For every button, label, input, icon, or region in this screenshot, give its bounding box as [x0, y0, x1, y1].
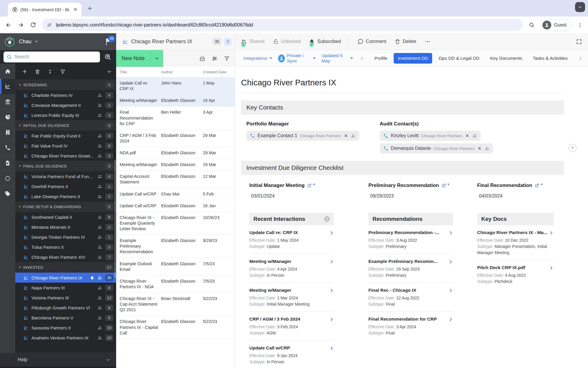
note-row[interactable]: Chicago River Partners IX - NDA Elizabet…: [116, 276, 235, 293]
inbox-icon[interactable]: [199, 56, 205, 62]
sidebar-fund-row[interactable]: Sarasota Partners II 19: [15, 323, 116, 333]
sidebar-fund-row[interactable]: Fiat Value Fund IV 6: [15, 141, 116, 151]
sidebar-fund-row[interactable]: Charlotte Partners IV 4: [15, 90, 116, 100]
note-row[interactable]: Meeting w/Manager Elizabeth Glasson 19 M…: [116, 159, 235, 171]
interaction-item[interactable]: Update Call w/CRP Effective Date: 9 Jan …: [249, 341, 334, 368]
sidebar-fund-row[interactable]: Chicago River Partners Growt... 3: [15, 151, 116, 161]
note-row[interactable]: Chicago River Partners IX - Capital Call…: [116, 316, 235, 339]
window-chevron-icon[interactable]: [575, 2, 585, 12]
new-note-button[interactable]: New Note: [116, 50, 150, 67]
recommendation-item[interactable]: Final Recommendation for CRP Effective D…: [368, 312, 453, 340]
collapse-section-icon[interactable]: [324, 216, 330, 222]
note-row[interactable]: Chicago River IX - Cap Acct Statement Q2…: [116, 293, 235, 316]
browser-tab[interactable]: (56) - Investment DD - Bipsync ✕: [8, 3, 81, 16]
add-icon[interactable]: [22, 69, 28, 74]
subscribed-button[interactable]: ✓ Subscribed: [309, 39, 341, 45]
sidebar-fund-row[interactable]: Montana Minerals II 2: [15, 222, 116, 232]
sidebar-fund-row[interactable]: Tulsa Partners II 3: [15, 242, 116, 252]
key-doc-item[interactable]: Chicago River Partners IX - Ma... Effect…: [477, 225, 554, 260]
search-input[interactable]: [14, 54, 97, 59]
record-tab[interactable]: Profile: [370, 53, 392, 64]
search-glass-icon[interactable]: [529, 22, 535, 28]
contact-chip[interactable]: Demarquis Dalanie Chicago River Partners…: [380, 143, 493, 153]
new-note-dropdown-icon[interactable]: [150, 50, 163, 67]
note-row[interactable]: Chicago River IX - Example Quarterly Let…: [116, 212, 235, 235]
sidebar-fund-row[interactable]: INITIAL DUE DILIGENCE 3: [15, 120, 116, 131]
sidebar-fund-row[interactable]: Victoria Partners Fund of Fun... 4: [15, 171, 116, 181]
recommendation-item[interactable]: Example Preliminary Recomm... Effective …: [368, 254, 453, 283]
tabs-scroll-right-icon[interactable]: [578, 56, 583, 61]
checklist-field-value[interactable]: 09/29/2023: [368, 193, 477, 199]
url-bar[interactable]: lpdemo.bipsync.com/#funds/chicago-river-…: [42, 19, 523, 31]
updated-dropdown[interactable]: Updated 5 May: [322, 53, 353, 64]
sync-dropdown[interactable]: Private i Sync: [278, 53, 316, 64]
filter-notes-icon[interactable]: [224, 56, 230, 61]
filter-icon[interactable]: [60, 69, 66, 74]
add-contact-icon[interactable]: +: [569, 144, 577, 152]
allocations-icon[interactable]: [0, 110, 15, 125]
remove-contact-icon[interactable]: ✕: [344, 133, 348, 138]
external-link-icon[interactable]: [441, 183, 446, 188]
tab-close-icon[interactable]: ✕: [72, 6, 78, 13]
notifications-flag-icon[interactable]: 56: [105, 38, 112, 46]
contact-chip[interactable]: Example Contact 1 Chicago River Partners…: [246, 131, 359, 141]
shared-button[interactable]: ✓ Shared: [240, 38, 265, 45]
note-row[interactable]: CRP / AGM / 3 Feb 2024 Elizabeth Glasson…: [116, 130, 235, 147]
trash-icon[interactable]: [35, 69, 40, 74]
sidebar-fund-row[interactable]: Crevasse Management II 1: [15, 100, 116, 110]
delete-button[interactable]: Delete: [395, 39, 416, 44]
sidebar-fund-row[interactable]: FUND SETUP & ONBOARDING 5: [15, 201, 116, 212]
sidebar-fund-row[interactable]: Southwood Capital II 6: [15, 212, 116, 222]
note-row[interactable]: Update Call re: CRP IX John Hans 1 May: [116, 77, 235, 95]
sidebar-fund-row[interactable]: SCREENING 3: [15, 79, 116, 90]
companies-icon[interactable]: [0, 125, 15, 140]
sidebar-fund-row[interactable]: Anaheim Venture Partners IX 10: [15, 333, 116, 343]
recommendation-item[interactable]: Final Rec - Chicago IX Effective Date: 1…: [368, 283, 453, 312]
note-row[interactable]: Capital Account Statement Elizabeth Glas…: [116, 171, 235, 188]
contact-chip[interactable]: Kinzley Levitt Chicago River Partners ✕: [380, 131, 481, 141]
tasks-icon[interactable]: [0, 171, 15, 186]
sidebar-fund-row[interactable]: Overhill Partners II 1: [15, 181, 116, 191]
sidebar-fund-row[interactable]: Pittsburgh Growth Partners VI 8: [15, 303, 116, 313]
reports-icon[interactable]: [0, 155, 15, 171]
collapse-list-icon[interactable]: [106, 69, 112, 74]
sidebar-fund-row[interactable]: Victoria Partners III 12: [15, 293, 116, 303]
site-info-icon[interactable]: [47, 22, 52, 28]
refresh-icon[interactable]: [30, 22, 36, 28]
note-row[interactable]: Update Call w/CRP Chau Mai 5 Feb: [116, 188, 235, 200]
record-tab[interactable]: Investment DD: [394, 53, 432, 64]
sidebar-fund-row[interactable]: Napa Partners III 8: [15, 283, 116, 293]
profile-button[interactable]: Guest: [541, 19, 572, 31]
tabs-scroll-left-icon[interactable]: [359, 56, 365, 61]
institutions-icon[interactable]: [0, 94, 15, 110]
sidebar-scrollbar[interactable]: [114, 160, 116, 278]
integrations-dropdown[interactable]: Integrations: [243, 56, 272, 61]
checklist-field-value[interactable]: 03/01/2024: [249, 193, 368, 199]
key-doc-item[interactable]: Pitch Deck CRP IX.pdf Effective Date: 4 …: [477, 260, 554, 289]
external-link-icon[interactable]: [307, 183, 312, 188]
contact-people-icon[interactable]: [472, 133, 477, 138]
new-tab-icon[interactable]: [87, 6, 93, 11]
interaction-item[interactable]: Meeting w/Manager Effective Date: 4 Apr …: [249, 254, 334, 283]
sidebar-fund-row[interactable]: Fiat Public Equity Fund II 4: [15, 131, 116, 141]
help-bar[interactable]: Help: [0, 353, 116, 367]
back-icon[interactable]: [5, 22, 12, 28]
note-row[interactable]: Update Call w/CRP Elizabeth Glasson 16 J…: [116, 200, 235, 212]
note-row[interactable]: Meeting w/Manager Elizabeth Glasson 16 A…: [116, 95, 235, 107]
note-row[interactable]: Final Recommendation for CRP Ben Heller …: [116, 107, 235, 130]
more-actions-icon[interactable]: [425, 39, 430, 44]
tags-icon[interactable]: [0, 186, 15, 201]
note-row[interactable]: NDA.pdf Elizabeth Glasson 29 Mar: [116, 147, 235, 159]
external-link-icon[interactable]: [534, 183, 539, 188]
remove-contact-icon[interactable]: ✕: [477, 146, 482, 151]
advanced-search-icon[interactable]: [103, 53, 113, 61]
column-author[interactable]: Author: [161, 70, 203, 74]
display-settings-icon[interactable]: [212, 56, 218, 62]
checklist-field-value[interactable]: 04/03/2024: [477, 193, 564, 199]
note-row[interactable]: Example Outlook Email Elizabeth Glasson …: [116, 258, 235, 276]
sidebar-fund-row[interactable]: FINAL DUE DILIGENCE 3: [15, 161, 116, 171]
funds-icon[interactable]: [0, 79, 15, 94]
sort-icon[interactable]: [47, 69, 53, 74]
fullscreen-icon[interactable]: [576, 39, 582, 45]
sidebar-fund-row[interactable]: INVESTED 17: [15, 262, 116, 273]
